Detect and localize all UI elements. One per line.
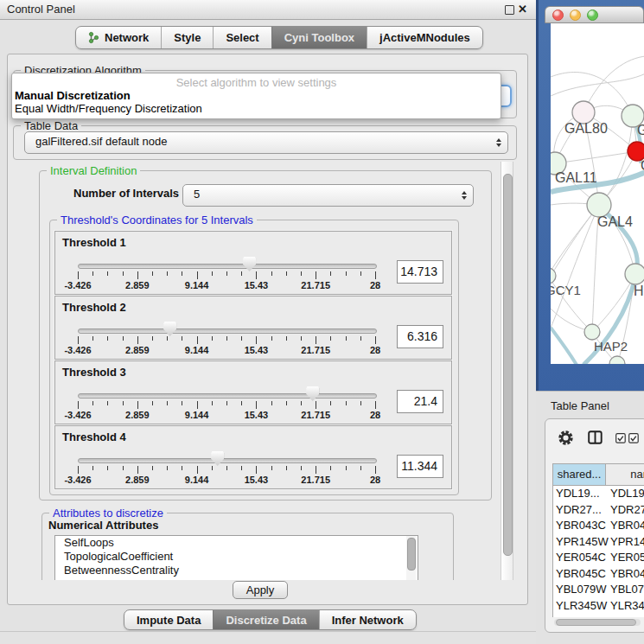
numerical-attributes-list[interactable]: SelfLoopsTopologicalCoefficientBetweenne… [54,535,418,580]
split-columns-icon[interactable] [588,430,603,444]
tab-infer-network[interactable]: Infer Network [319,610,416,629]
network-edge [551,205,599,328]
threshold-slider-thumb[interactable] [211,451,224,466]
tick-mark [256,466,257,474]
threshold-value-field[interactable]: 21.4 [397,390,443,413]
table-data-combobox[interactable]: galFiltered.sif default node [24,131,508,154]
close-icon[interactable]: ✕ [518,0,527,19]
column-header-name[interactable]: name [606,463,644,486]
tab-discretize-data[interactable]: Discretize Data [213,610,318,629]
vertical-scrollbar[interactable] [501,162,513,580]
network-node[interactable] [609,356,625,364]
attribute-item-betweennesscentrality[interactable]: BetweennessCentrality [55,564,418,577]
network-node-hap2[interactable] [584,324,600,340]
tick-mark [197,401,198,409]
list-scrollbar-thumb[interactable] [407,538,416,571]
threshold-slider-track[interactable] [78,458,377,463]
zoom-traffic-light-icon[interactable] [587,10,598,21]
panel-title: Control Panel [7,0,75,19]
tab-select[interactable]: Select [213,27,271,48]
threshold-slider-thumb[interactable] [243,257,256,271]
tick-mark [137,401,138,409]
close-traffic-light-icon[interactable] [552,10,564,21]
network-node-h[interactable] [625,264,644,284]
threshold-slider-track[interactable] [78,264,377,269]
node-label: C [641,158,644,173]
tab-network[interactable]: Network [76,27,161,48]
tab-label: Discretize Data [226,614,306,627]
horizontal-scrollbar[interactable] [554,619,641,626]
number-of-intervals-combobox[interactable]: 5 [182,184,474,207]
threshold-slider-track[interactable] [78,328,377,334]
table-row[interactable]: YER054CYER05 [553,550,644,566]
vertical-scrollbar-thumb[interactable] [503,174,513,556]
table-row[interactable]: YPR145WYPR14 [553,534,644,551]
tick-label: 15.43 [245,346,269,355]
tick-mark [271,401,272,405]
horizontal-scrollbar-thumb[interactable] [556,619,636,626]
cell-shared-name: YBR043C [556,518,606,533]
threshold-slider-thumb[interactable] [163,322,176,336]
group-title: Interval Definition [47,164,140,177]
tick-mark [316,401,316,409]
table-row[interactable]: YIL052CYIL05 [553,614,644,617]
threshold-value-field[interactable]: 6.316 [397,325,443,348]
threshold-value-field[interactable]: 11.344 [397,455,443,478]
float-window-icon[interactable] [505,5,514,15]
gear-icon[interactable] [558,430,574,446]
table-panel: shared...name YDL19...YDL19YDR27...YDR27… [545,418,644,633]
node-label: H [634,284,644,298]
table-row[interactable]: YDL19...YDL19 [553,486,644,502]
tab-label: Impute Data [137,614,201,627]
tick-mark [241,271,242,276]
table-row[interactable]: YLR345WYLR34 [553,598,644,615]
tick-mark [78,336,79,344]
network-window-titlebar[interactable] [545,6,644,23]
threshold-slider-track[interactable] [78,393,377,399]
table-row[interactable]: YBL079WYBL07 [553,582,644,598]
tick-mark [241,336,242,341]
algorithm-option-manual-discretization[interactable]: Manual Discretization [15,89,498,102]
tick-mark [360,336,361,341]
tab-label: Select [226,31,258,44]
node-label: GA [637,123,644,137]
check-all-icon[interactable] [628,433,639,443]
network-node-gal4[interactable] [587,193,611,217]
tab-jactivemnodules[interactable]: jActiveMNodules [367,27,482,48]
tab-style[interactable]: Style [161,27,213,48]
tick-mark [256,336,257,344]
tick-mark [123,466,124,470]
cell-name: YBL07 [610,582,644,597]
attribute-item-selfloops[interactable]: SelfLoops [55,536,418,550]
table-row[interactable]: YDR27...YDR27 [553,502,644,519]
minimize-traffic-light-icon[interactable] [570,10,581,21]
algorithm-option-equal-width-frequency-discretization[interactable]: Equal Width/Frequency Discretization [15,102,498,115]
tick-mark [226,401,227,405]
control-panel-titlebar: Control Panel ✕ [0,0,536,20]
tab-cyni-toolbox[interactable]: Cyni Toolbox [271,27,367,48]
threshold-label: Threshold 3 [62,366,126,379]
network-canvas[interactable]: GAL80GACGAL11GAL4HGCY1HAP2 [551,23,644,364]
column-header-shared-[interactable]: shared... [552,463,606,486]
tick-label: 28 [370,411,380,420]
settings-scroll-area: Interval Definition Number of Intervals … [13,162,501,580]
threshold-panel-2: Threshold 2-3.4262.8599.14415.4321.71528… [54,296,452,360]
network-node-gcy1[interactable] [551,268,556,284]
group-title: Threshold's Coordinates for 5 Intervals [57,214,257,226]
tick-mark [92,271,93,276]
threshold-slider-thumb[interactable] [306,386,319,401]
apply-button[interactable]: Apply [233,581,288,599]
tick-mark [301,271,302,276]
attribute-item-topologicalcoefficient[interactable]: TopologicalCoefficient [55,550,418,564]
tick-label: 28 [370,281,380,290]
tick-mark [316,336,316,344]
threshold-value-field[interactable]: 14.713 [397,260,443,284]
list-scrollbar[interactable] [406,536,416,580]
table-row[interactable]: YBR045CYBR04 [553,566,644,583]
traffic-lights [552,10,598,21]
tick-mark [375,336,376,344]
tab-impute-data[interactable]: Impute Data [124,610,213,629]
table-row[interactable]: YBR043CYBR04 [553,518,644,534]
threshold-panel-4: Threshold 4-3.4262.8599.14415.4321.71528… [54,425,452,489]
check-all-icon[interactable] [615,433,626,443]
